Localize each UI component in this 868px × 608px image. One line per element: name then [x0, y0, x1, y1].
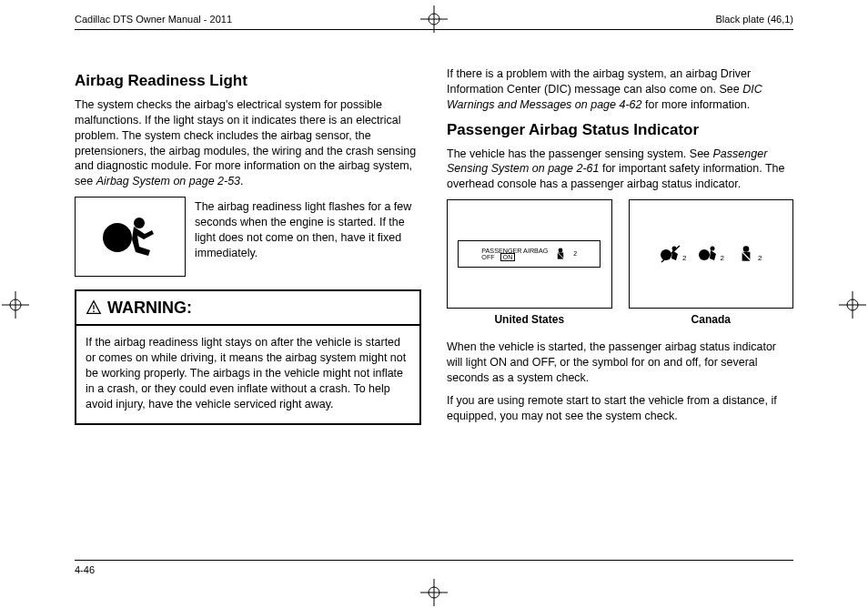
left-column: Airbag Readiness Light The system checks…: [75, 64, 421, 572]
reg-mark-left: [2, 291, 29, 319]
indicator-figures: PASSENGER AIRBAG OFF ON 2: [447, 199, 793, 309]
svg-point-21: [699, 249, 710, 260]
airbag-on-icon: [698, 244, 720, 264]
dic-note: If there is a problem with the airbag sy…: [447, 66, 793, 113]
caption-ca: Canada: [629, 312, 794, 327]
reg-mark-right: [839, 291, 866, 319]
airbag-readiness-desc: The system checks the airbag's electrica…: [75, 97, 421, 189]
header-plate: Black plate (46,1): [715, 13, 793, 26]
ca-indicator-display: 2 2: [660, 244, 762, 264]
warning-body: If the airbag readiness light stays on a…: [76, 326, 419, 422]
right-column: If there is a problem with the airbag sy…: [447, 64, 793, 572]
seatbelt-icon: [553, 247, 568, 261]
airbag-readiness-icon: [75, 197, 186, 277]
svg-point-16: [559, 248, 563, 253]
content-columns: Airbag Readiness Light The system checks…: [75, 64, 793, 572]
heading-airbag-readiness: Airbag Readiness Light: [75, 71, 421, 92]
svg-point-12: [103, 223, 132, 252]
page-number: 4-46: [75, 563, 95, 577]
figure-us-indicator: PASSENGER AIRBAG OFF ON 2: [447, 199, 612, 309]
header-rule: [75, 29, 793, 30]
svg-point-22: [710, 247, 714, 251]
figure-captions: United States Canada: [447, 312, 793, 327]
footer-rule: [75, 560, 793, 561]
airbag-off-icon: [660, 244, 681, 264]
airbag-icon-caption: The airbag readiness light flashes for a…: [195, 199, 421, 261]
reg-mark-bottom: [420, 579, 448, 606]
svg-point-13: [134, 218, 145, 228]
manual-page: Cadillac DTS Owner Manual - 2011 Black p…: [0, 0, 868, 608]
caption-us: United States: [447, 312, 612, 327]
system-check-note: When the vehicle is started, the passeng…: [447, 339, 793, 386]
us-indicator-display: PASSENGER AIRBAG OFF ON 2: [458, 240, 601, 268]
figure-ca-indicator: 2 2: [629, 199, 794, 309]
warning-triangle-icon: [86, 299, 102, 316]
seatbelt-icon: [735, 244, 757, 264]
header-title: Cadillac DTS Owner Manual - 2011: [75, 13, 232, 26]
xref-airbag-system: Airbag System on page 2-53: [96, 175, 240, 187]
airbag-icon-row: The airbag readiness light flashes for a…: [75, 197, 421, 277]
heading-passenger-airbag: Passenger Airbag Status Indicator: [447, 120, 793, 141]
svg-point-15: [93, 310, 95, 312]
remote-start-note: If you are using remote start to start t…: [447, 393, 793, 424]
svg-point-23: [743, 246, 750, 252]
warning-box: WARNING: If the airbag readiness light s…: [75, 289, 421, 425]
warning-heading: WARNING:: [76, 291, 419, 326]
passenger-airbag-desc: The vehicle has the passenger sensing sy…: [447, 147, 793, 193]
warning-label: WARNING:: [107, 297, 192, 319]
